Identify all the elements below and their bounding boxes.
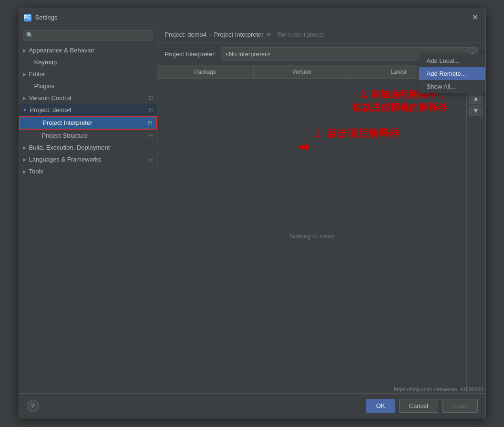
breadcrumb-parent: Project: demo4 — [165, 31, 206, 38]
title-bar: PC Settings ✕ — [19, 9, 485, 26]
arrow-icon: ▶ — [23, 96, 26, 101]
empty-text: Nothing to show — [289, 233, 334, 240]
settings-dialog: PC Settings ✕ 🔍 ▶ Appearance & Behavior … — [19, 9, 486, 418]
dropdown-menu: Add Local... Add Remote... Show All... — [419, 54, 485, 93]
help-button[interactable]: ? — [27, 400, 39, 412]
sidebar: 🔍 ▶ Appearance & Behavior Keymap ▶ Edito… — [19, 26, 157, 393]
table-layout: Package Version Latest Nothing to show +… — [157, 66, 485, 393]
sidebar-item-project-demo4[interactable]: ▼ Project: demo4 ⊟ — [19, 104, 157, 116]
scroll-up-button[interactable]: ▲ — [469, 92, 483, 104]
search-input[interactable] — [35, 32, 150, 39]
arrow-icon: ▶ — [23, 48, 26, 53]
arrow-icon: ▶ — [23, 145, 26, 150]
copy-icon: ⊟ — [149, 95, 153, 101]
ok-button[interactable]: OK — [366, 399, 395, 413]
sidebar-item-label: Languages & Frameworks — [29, 156, 102, 163]
footer-right: OK Cancel Apply — [366, 399, 478, 413]
col-package: Package — [157, 66, 254, 78]
apply-button[interactable]: Apply — [442, 399, 478, 413]
footer-left: ? — [27, 400, 39, 412]
interpreter-row: Project Interpreter: <No interpreter> ▾ … — [157, 42, 485, 66]
sidebar-item-label: Plugins — [34, 82, 55, 90]
sidebar-item-plugins[interactable]: Plugins — [19, 80, 157, 92]
interpreter-label: Project Interpreter: — [165, 51, 216, 58]
table-body: Nothing to show — [157, 79, 466, 393]
col-version: Version — [254, 66, 350, 78]
sidebar-item-version-control[interactable]: ▶ Version Control ⊟ — [19, 92, 157, 104]
scroll-down-button[interactable]: ▼ — [469, 105, 483, 116]
search-box[interactable]: 🔍 — [23, 30, 153, 41]
breadcrumb-note-icon: ⊟ — [267, 31, 271, 38]
arrow-icon: ▶ — [23, 72, 26, 77]
sidebar-item-label: Project Structure — [42, 132, 88, 139]
breadcrumb: Project: demo4 › Project Interpreter ⊟ F… — [157, 26, 485, 42]
watermark: https://blog.csdn.net/weixin_44630560 — [392, 386, 485, 393]
cancel-button[interactable]: Cancel — [399, 399, 438, 413]
sidebar-item-label: Build, Execution, Deployment — [29, 144, 110, 151]
sidebar-item-label: Editor — [29, 71, 45, 78]
dialog-title: Settings — [35, 14, 466, 21]
sidebar-item-project-interpreter[interactable]: Project Interpreter ⊟ — [19, 116, 157, 130]
sidebar-item-label: Project: demo4 — [30, 106, 71, 113]
close-button[interactable]: ✕ — [470, 12, 481, 23]
table-container: Package Version Latest Nothing to show — [157, 66, 466, 393]
dialog-body: 🔍 ▶ Appearance & Behavior Keymap ▶ Edito… — [19, 26, 485, 393]
breadcrumb-note: For current project — [278, 31, 324, 38]
menu-item-show-all[interactable]: Show All... — [419, 80, 485, 93]
sidebar-item-label: Project Interpreter — [43, 119, 93, 126]
app-icon: PC — [24, 14, 31, 21]
table-actions: + − ▲ ▼ — [466, 66, 485, 393]
sidebar-item-languages-frameworks[interactable]: ▶ Languages & Frameworks ⊟ — [19, 153, 157, 165]
sidebar-item-label: Tools — [29, 168, 43, 175]
breadcrumb-separator: › — [209, 32, 211, 38]
breadcrumb-current: Project Interpreter — [214, 31, 264, 38]
copy-icon: ⊟ — [148, 120, 152, 126]
sidebar-item-build-execution[interactable]: ▶ Build, Execution, Deployment — [19, 142, 157, 153]
arrow-icon: ▼ — [23, 108, 27, 112]
search-icon: 🔍 — [26, 32, 33, 39]
sidebar-item-label: Appearance & Behavior — [29, 47, 94, 54]
arrow-icon: ▶ — [23, 157, 26, 162]
sidebar-item-tools[interactable]: ▶ Tools — [19, 165, 157, 177]
sidebar-item-label: Version Control — [29, 94, 72, 102]
main-content: Project: demo4 › Project Interpreter ⊟ F… — [157, 26, 485, 393]
footer: ? OK Cancel Apply — [19, 393, 485, 418]
sidebar-item-appearance[interactable]: ▶ Appearance & Behavior — [19, 44, 157, 56]
copy-icon: ⊟ — [149, 132, 153, 139]
copy-icon: ⊟ — [149, 156, 153, 163]
sidebar-item-label: Keymap — [34, 59, 57, 66]
menu-item-add-local[interactable]: Add Local... — [419, 54, 485, 67]
menu-item-add-remote[interactable]: Add Remote... — [419, 67, 485, 80]
arrow-icon: ▶ — [23, 169, 26, 174]
sidebar-item-project-structure[interactable]: Project Structure ⊟ — [19, 130, 157, 142]
sidebar-item-editor[interactable]: ▶ Editor — [19, 68, 157, 80]
sidebar-item-keymap[interactable]: Keymap — [19, 56, 157, 68]
copy-icon: ⊟ — [149, 107, 153, 113]
